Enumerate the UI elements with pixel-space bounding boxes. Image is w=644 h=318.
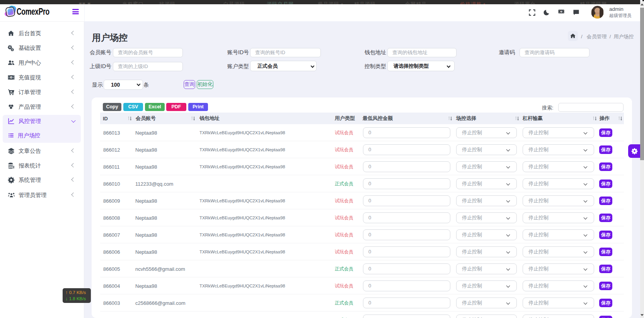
svg-text:0: 0: [11, 77, 12, 79]
svg-text:0: 0: [561, 10, 562, 12]
